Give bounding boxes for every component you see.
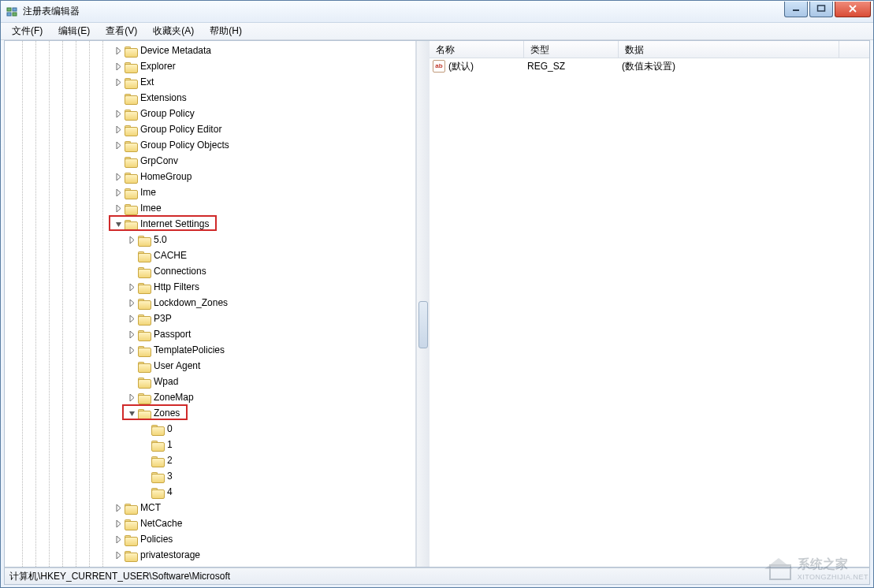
menu-favorites[interactable]: 收藏夹(A) [145,23,202,39]
expander-closed-icon[interactable] [113,46,123,55]
tree-node[interactable]: Ime [5,184,415,200]
expander-closed-icon[interactable] [113,203,123,213]
tree-node[interactable]: NetCache [5,515,415,531]
expander-closed-icon[interactable] [113,519,123,528]
expander-closed-icon[interactable] [113,77,123,87]
tree-node[interactable]: Group Policy [5,106,415,121]
folder-icon [125,45,137,56]
tree-node[interactable]: Wpad [5,374,415,389]
tree-node-label: Lockdown_Zones [154,297,228,308]
svg-rect-1 [13,8,17,11]
expander-none [127,251,136,260]
tree-node[interactable]: Imee [5,200,415,216]
menu-file[interactable]: 文件(F) [4,23,50,39]
expander-closed-icon[interactable] [113,503,123,512]
folder-icon [138,344,151,355]
folder-icon [125,218,137,229]
folder-icon [138,250,151,261]
expander-closed-icon[interactable] [127,314,136,323]
tree-node[interactable]: 3 [5,468,415,484]
tree-node-label: Zones [154,408,180,419]
folder-icon [138,266,151,277]
tree-node[interactable]: Device Metadata [5,43,415,58]
tree-node[interactable]: User Agent [5,358,415,374]
scrollbar-thumb[interactable] [418,301,428,348]
menu-help[interactable]: 帮助(H) [202,23,250,39]
tree-node-label: Explorer [140,61,176,72]
tree-node[interactable]: TemplatePolicies [5,342,415,358]
titlebar[interactable]: 注册表编辑器 [1,1,873,23]
tree-node[interactable]: ZoneMap [5,389,415,405]
tree-node-label: HomeGroup [140,171,192,182]
minimize-button[interactable] [784,2,808,17]
tree-node[interactable]: Http Filters [5,279,415,295]
expander-closed-icon[interactable] [113,188,123,197]
tree-node[interactable]: Policies [5,531,415,547]
close-button[interactable] [835,2,871,17]
tree-node[interactable]: Group Policy Editor [5,121,415,137]
folder-icon [125,534,137,545]
column-header-data[interactable]: 数据 [619,41,839,58]
tree-node[interactable]: Group Policy Objects [5,137,415,153]
expander-closed-icon[interactable] [113,61,123,71]
menu-edit[interactable]: 编辑(E) [50,23,98,39]
expander-closed-icon[interactable] [127,345,136,355]
folder-icon [138,408,151,419]
expander-closed-icon[interactable] [127,329,136,339]
tree-node[interactable]: GrpConv [5,153,415,169]
expander-closed-icon[interactable] [113,172,123,181]
tree-node[interactable]: Lockdown_Zones [5,295,415,311]
tree-node-label: Ext [140,76,154,87]
tree-node[interactable]: 1 [5,437,415,452]
expander-closed-icon[interactable] [127,235,136,244]
expander-none [113,93,123,102]
tree-node[interactable]: Explorer [5,58,415,74]
expander-closed-icon[interactable] [127,393,136,402]
folder-icon [125,61,137,72]
column-header-name[interactable]: 名称 [430,41,524,58]
tree-node[interactable]: CACHE [5,247,415,263]
maximize-button[interactable] [809,2,833,17]
tree-node-label: privatestorage [140,549,200,560]
expander-closed-icon[interactable] [113,125,123,134]
expander-closed-icon[interactable] [113,140,123,150]
tree-node[interactable]: Zones [5,405,415,421]
tree-node[interactable]: 2 [5,452,415,468]
list-header[interactable]: 名称 类型 数据 [430,41,869,58]
value-name: (默认) [448,60,480,73]
tree-node[interactable]: Connections [5,263,415,279]
statusbar: 计算机\HKEY_CURRENT_USER\Software\Microsoft [4,568,870,585]
expander-none [127,377,136,386]
column-header-type[interactable]: 类型 [524,41,619,58]
status-path: 计算机\HKEY_CURRENT_USER\Software\Microsoft [9,570,230,583]
expander-closed-icon[interactable] [127,282,136,292]
client-area: Device MetadataExplorerExtExtensionsGrou… [4,40,870,568]
tree-node[interactable]: 5.0 [5,232,415,247]
expander-closed-icon[interactable] [113,550,123,560]
expander-closed-icon[interactable] [127,298,136,307]
value-list-body[interactable]: ab(默认)REG_SZ(数值未设置) [430,58,869,567]
menu-view[interactable]: 查看(V) [98,23,145,39]
tree-node[interactable]: P3P [5,311,415,326]
tree-pane[interactable]: Device MetadataExplorerExtExtensionsGrou… [5,41,416,567]
tree-node[interactable]: Extensions [5,90,415,106]
tree-node[interactable]: MCT [5,500,415,515]
expander-open-icon[interactable] [127,408,136,418]
tree-node[interactable]: 0 [5,421,415,437]
expander-closed-icon[interactable] [113,534,123,544]
expander-open-icon[interactable] [113,219,123,229]
list-row[interactable]: ab(默认)REG_SZ(数值未设置) [430,58,869,74]
tree-node[interactable]: privatestorage [5,547,415,563]
folder-icon [125,108,137,119]
tree-node-label: Wpad [154,376,178,387]
folder-icon [138,313,151,324]
tree-node[interactable]: Internet Settings [5,216,415,232]
tree-vertical-scrollbar[interactable] [416,41,430,567]
tree-node[interactable]: HomeGroup [5,169,415,184]
registry-tree[interactable]: Device MetadataExplorerExtExtensionsGrou… [5,41,415,563]
expander-closed-icon[interactable] [113,109,123,118]
value-list-pane: 名称 类型 数据 ab(默认)REG_SZ(数值未设置) [430,41,869,567]
tree-node[interactable]: Ext [5,74,415,90]
tree-node[interactable]: Passport [5,326,415,342]
tree-node[interactable]: 4 [5,484,415,500]
